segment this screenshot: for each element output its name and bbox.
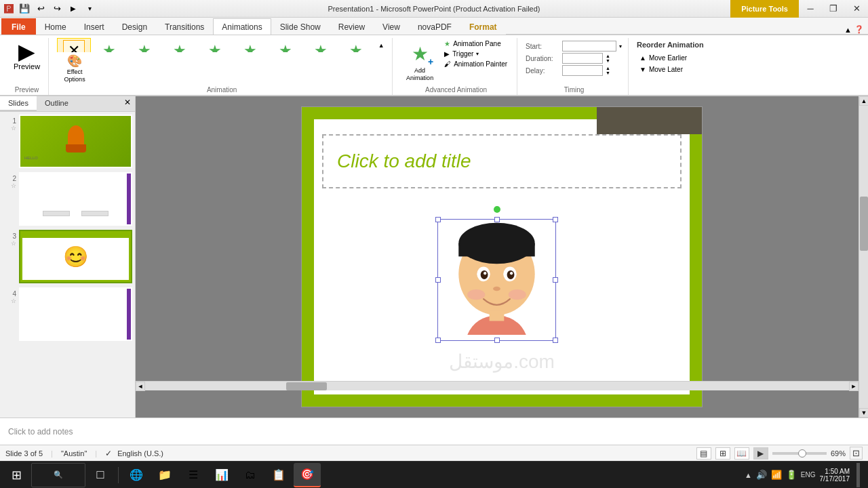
handle-top-center[interactable] <box>494 217 500 222</box>
preview-button[interactable]: ▶ Preview <box>11 38 43 73</box>
taskbar-onenote-icon[interactable]: 🗂 <box>237 463 264 487</box>
anim-split[interactable]: ★ Split <box>233 38 267 52</box>
duration-up-icon[interactable]: ▲ <box>606 54 610 58</box>
anim-flyin[interactable]: ★ Fly In <box>163 38 197 52</box>
run-qa-icon[interactable]: ▶ <box>66 2 80 16</box>
search-bar[interactable]: 🔍 <box>31 463 85 487</box>
anim-wipe[interactable]: ★ Wipe <box>269 38 302 52</box>
slide-2-thumbnail[interactable] <box>19 172 132 226</box>
more-qa-icon[interactable]: ▾ <box>83 2 96 16</box>
anim-floatin[interactable]: ★ Float In <box>198 38 232 52</box>
slides-tab[interactable]: Slides <box>0 96 37 111</box>
tab-animations[interactable]: Animations <box>213 18 271 35</box>
restore-button[interactable]: ❐ <box>822 0 845 18</box>
handle-top-left[interactable] <box>435 217 441 222</box>
notes-panel[interactable]: Click to add notes <box>0 418 868 445</box>
slide-thumb-3[interactable]: 3 ☆ 😊 <box>3 230 132 283</box>
taskbar-notepad-icon[interactable]: 📋 <box>265 463 292 487</box>
sys-clock[interactable]: 1:50 AM 7/17/2017 <box>820 468 850 483</box>
scroll-right-button[interactable]: ► <box>849 382 859 391</box>
anim-wheel[interactable]: ★ Wheel <box>339 38 373 52</box>
tab-design[interactable]: Design <box>113 18 156 35</box>
taskbar-ppt-icon[interactable]: 🎯 <box>294 463 321 487</box>
undo-qa-icon[interactable]: ↩ <box>34 2 47 16</box>
slide-sorter-button[interactable]: ⊞ <box>715 447 730 460</box>
gallery-up-icon[interactable]: ▲ <box>376 42 387 49</box>
save-qa-icon[interactable]: 💾 <box>18 2 31 16</box>
character-image[interactable] <box>437 219 556 341</box>
slideshow-view-button[interactable]: ▶ <box>753 447 768 460</box>
outline-tab[interactable]: Outline <box>37 96 77 111</box>
slide-1-thumbnail[interactable]: HELLO <box>19 115 132 168</box>
tab-format[interactable]: Format <box>460 18 506 35</box>
horizontal-scrollbar[interactable]: ◄ ► <box>136 381 859 390</box>
show-hidden-icon[interactable]: ▲ <box>745 471 752 479</box>
ribbon-collapse-icon[interactable]: ▲ <box>844 26 852 34</box>
tab-slideshow[interactable]: Slide Show <box>271 18 330 35</box>
tab-novapdf[interactable]: novaPDF <box>409 18 460 35</box>
scroll-thumb[interactable] <box>860 197 868 251</box>
show-desktop-button[interactable] <box>856 463 860 487</box>
reading-view-button[interactable]: 📖 <box>734 447 749 460</box>
tab-insert[interactable]: Insert <box>75 18 113 35</box>
slide-thumb-2[interactable]: 2 ☆ <box>3 172 132 226</box>
scroll-up-button[interactable]: ▲ <box>859 96 868 106</box>
anim-shape[interactable]: ★ Shape <box>304 38 338 52</box>
move-earlier-button[interactable]: ▲ Move Earlier <box>637 53 704 63</box>
handle-bot-left[interactable] <box>435 338 441 343</box>
vertical-scrollbar[interactable]: ▲ ▼ <box>859 96 868 418</box>
move-later-button[interactable]: ▼ Move Later <box>637 64 704 75</box>
trigger-button[interactable]: ▶ Trigger ▾ <box>441 49 510 58</box>
handle-mid-right[interactable] <box>553 277 558 283</box>
minimize-button[interactable]: ─ <box>799 0 822 18</box>
zoom-slider[interactable] <box>772 452 827 455</box>
task-view-button[interactable]: □ <box>87 463 114 487</box>
start-input[interactable] <box>562 41 616 52</box>
anim-none[interactable]: ✕ None <box>57 38 91 52</box>
slide-canvas[interactable]: Click to add title <box>301 106 703 407</box>
zoom-thumb[interactable] <box>798 449 806 458</box>
slide-title-placeholder[interactable]: Click to add title <box>322 134 682 188</box>
help-icon[interactable]: ❓ <box>854 25 864 34</box>
taskbar-ie-icon[interactable]: 🌐 <box>123 463 150 487</box>
delay-up-icon[interactable]: ▲ <box>606 66 610 70</box>
tab-file[interactable]: File <box>1 18 36 35</box>
tab-review[interactable]: Review <box>330 18 374 35</box>
handle-bot-right[interactable] <box>553 338 558 343</box>
taskbar-excel-icon[interactable]: 📊 <box>208 463 235 487</box>
handle-top-right[interactable] <box>553 217 558 222</box>
redo-qa-icon[interactable]: ↪ <box>50 2 64 16</box>
rotation-handle[interactable] <box>494 206 500 213</box>
taskbar-explorer-icon[interactable]: 📁 <box>151 463 178 487</box>
slide-thumb-1[interactable]: 1 ☆ HELLO <box>3 115 132 168</box>
taskbar-store-icon[interactable]: ☰ <box>180 463 207 487</box>
scroll-left-button[interactable]: ◄ <box>136 382 145 391</box>
tab-view[interactable]: View <box>374 18 409 35</box>
tab-home[interactable]: Home <box>36 18 75 35</box>
anim-fade[interactable]: ★ Fade <box>127 38 161 52</box>
zoom-fit-icon[interactable]: ⊡ <box>850 447 863 460</box>
animation-pane-button[interactable]: ★ Animation Pane <box>441 39 510 48</box>
start-dropdown-icon[interactable]: ▾ <box>619 43 622 49</box>
duration-down-icon[interactable]: ▼ <box>606 58 610 63</box>
sys-volume-icon[interactable]: 🔊 <box>756 470 767 480</box>
scroll-down-button[interactable]: ▼ <box>859 408 868 418</box>
start-button[interactable]: ⊞ <box>3 463 30 487</box>
sys-network-icon[interactable]: 📶 <box>771 470 782 480</box>
duration-input[interactable] <box>562 53 603 64</box>
close-button[interactable]: ✕ <box>845 0 868 18</box>
normal-view-button[interactable]: ▤ <box>696 447 711 460</box>
animation-painter-button[interactable]: 🖌 Animation Painter <box>441 60 510 68</box>
slide-thumb-4[interactable]: 4 ☆ <box>3 287 132 341</box>
handle-mid-left[interactable] <box>435 277 441 283</box>
handle-bot-center[interactable] <box>494 338 500 343</box>
delay-input[interactable] <box>562 65 603 76</box>
sys-battery-icon[interactable]: 🔋 <box>786 470 797 480</box>
slide-3-thumbnail[interactable]: 😊 <box>19 230 132 283</box>
tab-transitions[interactable]: Transitions <box>156 18 213 35</box>
h-scroll-thumb[interactable] <box>286 382 327 390</box>
anim-appear[interactable]: ★ Appear <box>92 38 126 52</box>
slide-4-thumbnail[interactable] <box>19 287 132 341</box>
effect-options-button[interactable]: 🎨 EffectOptions <box>57 52 92 85</box>
delay-down-icon[interactable]: ▼ <box>606 70 610 75</box>
